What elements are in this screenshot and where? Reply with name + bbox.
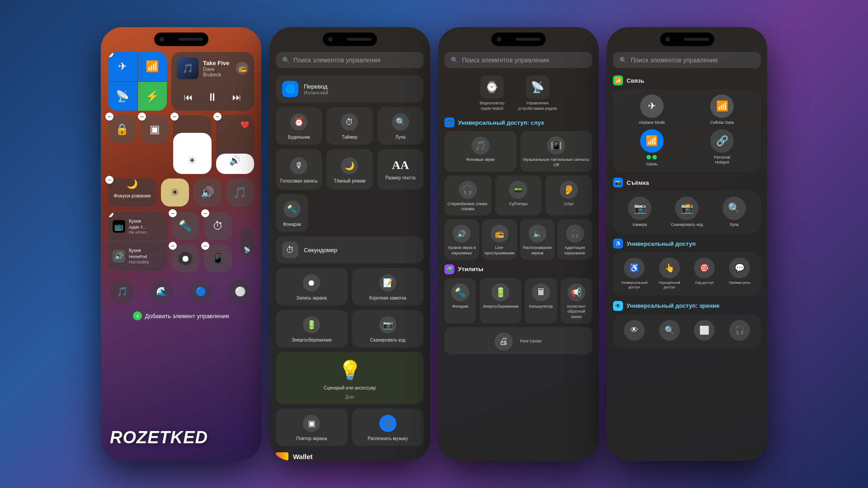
brightness-btn-2[interactable]: ☀ [161, 178, 189, 206]
volume-btn-2[interactable]: 🔊 [193, 178, 222, 206]
p4-wifi-item[interactable]: 📶 Связь [618, 129, 685, 167]
battery2-item[interactable]: 🔋 Энергосбережение [480, 278, 521, 324]
alarm-item[interactable]: ⏰ Будильник [276, 107, 322, 145]
round-btn-3[interactable]: 🔵 [189, 280, 212, 303]
add-control-btn[interactable]: + Добавить элемент управления [108, 311, 254, 320]
right-slider-1[interactable]: 📡 [241, 229, 253, 256]
prev-button[interactable]: ⏮ [180, 90, 197, 104]
cellular-btn[interactable]: 📡 [108, 82, 137, 111]
apple-tv-tile[interactable]: − 📺 КухняApple T... Не испол... 🔊 Кухн [108, 212, 167, 271]
bluetooth-btn[interactable]: ⚡ [138, 82, 167, 111]
music-note-btn[interactable]: 🎵 [226, 178, 254, 206]
dark-mode-item[interactable]: 🌙 Тёмный режим [326, 149, 373, 190]
calc-item[interactable]: 🖩 Калькулятор [525, 278, 557, 324]
airplane-mode-btn[interactable]: ✈ [108, 52, 137, 81]
headphone-adapt-item[interactable]: 🎧 Адаптация наушников [557, 219, 592, 259]
voice-item[interactable]: 🎙 Голосовая запись [276, 149, 322, 190]
round-btn-2[interactable]: 🌊 [150, 280, 173, 303]
minus-remote[interactable]: − [201, 242, 209, 250]
p4-vis-4-item[interactable]: 🎧 [724, 320, 755, 343]
timer-btn[interactable]: − ⏱ [204, 212, 232, 240]
bg-sounds-item[interactable]: 🎵 Фоновые звуки [444, 131, 517, 171]
p4-lupa-item[interactable]: 🔍 Лупа [713, 197, 755, 228]
p4-camera-item[interactable]: 📷 Камера [618, 197, 661, 228]
brightness-slider[interactable]: − ☀ [173, 115, 212, 174]
record-btn[interactable]: − ⏺ [171, 244, 199, 272]
stopwatch-item[interactable]: ⏱ Секундомер [276, 236, 424, 263]
lock-rotation-btn[interactable]: − 🔒 [108, 115, 136, 143]
minus-flashlight[interactable]: − [169, 209, 177, 217]
minus-timer[interactable]: − [201, 209, 209, 217]
mirror-item[interactable]: ▣ Повтор экрана [276, 408, 348, 446]
p4-conn-icon: 📶 [613, 75, 623, 85]
quick-note-item[interactable]: 📝 Короткая заметка [352, 268, 424, 305]
subtitles-item[interactable]: 📟 Субтитры [495, 175, 542, 216]
focus-tile[interactable]: − 🌙 Фокуси-рование [108, 178, 156, 206]
wifi-btn[interactable]: 📶 [138, 52, 167, 81]
p4-ua-speech-item[interactable]: 💬 Прямая речь [724, 258, 755, 290]
p4-ua-acc-item[interactable]: ♿ Универсальный доступ [618, 258, 650, 290]
text-size-item[interactable]: AA Размер текста [377, 149, 424, 190]
sound-rec-icon: 🔈 [528, 225, 547, 243]
sun-icon: ☀ [188, 155, 196, 166]
p4-vis-2-item[interactable]: 🔍 [654, 320, 685, 343]
minus-mirror[interactable]: − [138, 113, 146, 121]
print-center-item[interactable]: 🖨 Print Center [444, 327, 592, 354]
p4-vis-3-item[interactable]: ⬜ [689, 320, 721, 343]
magnifier-item[interactable]: 🔍 Лупа [377, 107, 424, 145]
minus-record[interactable]: − [169, 242, 177, 250]
hearing-item[interactable]: 👂 Слух [545, 175, 592, 216]
minus-volume[interactable]: − [213, 113, 222, 121]
screen-mirror-btn[interactable]: − ▣ [141, 115, 169, 143]
home-item[interactable]: 💡 Сценарий или аксессуар Дом [276, 352, 424, 404]
phone2-search[interactable]: 🔍 Поиск элементов управления [276, 52, 424, 68]
connectivity-tile[interactable]: − ✈ 📶 📡 ⚡ [108, 52, 167, 111]
phone3-search[interactable]: 🔍 Поиск элементов управления [444, 52, 592, 68]
minus-brightness[interactable]: − [170, 113, 179, 121]
translate-item[interactable]: 🌐 Перевод Испанский [276, 75, 424, 103]
round-btn-1[interactable]: 🎵 [110, 280, 134, 303]
volume-slider[interactable]: − 🔊 ❤️ [216, 115, 255, 174]
feedback-label: Ассистент обратной связи [563, 304, 590, 320]
devices-item[interactable]: 📡 Управлениеустройствами рядом [518, 75, 557, 111]
sound-rec-item[interactable]: 🔈 Распознавание звуков [520, 219, 555, 259]
p4-scan-item[interactable]: 📸 Сканировать код [665, 197, 708, 228]
next-button[interactable]: ⏭ [229, 90, 245, 104]
p4-ua-guided-item[interactable]: 👆 Упрощённый доступ [654, 258, 685, 290]
screen-rec-item[interactable]: ⏺ Запись экрана [276, 268, 348, 305]
stereo-balance-item[interactable]: 🎧 Стереобаланс слева-справа [444, 175, 491, 216]
live-listen-item[interactable]: 📻 Live-прослушивание [482, 219, 517, 259]
p4-conn-header: 📶 Связь [613, 75, 761, 85]
remote-btn[interactable]: − 📱 [204, 244, 232, 272]
torch-item[interactable]: 🔦 Фонарик [276, 194, 308, 232]
appletv-item-1[interactable]: 📺 КухняApple T... Не испол... [108, 212, 167, 241]
minus-music[interactable]: − [101, 27, 106, 33]
notch-3-camera [497, 37, 501, 42]
p4-vis-1-item[interactable]: 👁 [618, 320, 650, 343]
phone4-search[interactable]: 🔍 Поиск элементов управления [613, 52, 761, 68]
flashlight-btn[interactable]: − 🔦 [171, 212, 199, 240]
utilities-section-title: Утилиты [458, 266, 483, 272]
minus-focus[interactable]: − [105, 176, 113, 184]
headphone-vol-item[interactable]: 🔊 Уровни звука в наушниках [444, 219, 479, 259]
timer-item[interactable]: ⏱ Таймер [326, 107, 373, 145]
minus-lock[interactable]: − [105, 113, 113, 121]
play-button[interactable]: ⏸ [203, 89, 222, 105]
shazam-icon: 🎵 [379, 415, 396, 432]
p4-ua-focus-item[interactable]: 🎯 Гид-доступ [689, 258, 721, 290]
round-btn-4[interactable]: ⚪ [228, 280, 252, 303]
battery-item[interactable]: 🔋 Энергосбережение [276, 310, 348, 347]
p4-cellular-item[interactable]: 📶 Cellular Data [689, 94, 756, 126]
haptic-music-item[interactable]: 📳 Музыкальные тактильные сигналыOff [520, 131, 593, 171]
homepod-item[interactable]: 🔊 КухняHomePod Настройка [108, 241, 167, 271]
p4-hotspot-item[interactable]: 🔗 PersonalHotspot [689, 129, 756, 167]
apple-watch-item[interactable]: ⌚ ВидеоповторApple Watch [480, 75, 505, 111]
airplay-icon[interactable]: 📻 [236, 62, 249, 75]
feedback-item[interactable]: 📢 Ассистент обратной связи [561, 278, 592, 324]
translate-icon: 🌐 [282, 81, 298, 97]
shazam-item[interactable]: 🎵 Распознать музыку [352, 408, 424, 446]
p4-airplane-item[interactable]: ✈ Airplane Mode [618, 94, 685, 126]
flashlight2-item[interactable]: 🔦 Фонарик [444, 278, 476, 324]
scan-item[interactable]: 📷 Сканировать код [352, 310, 424, 347]
music-tile[interactable]: − 🎵 Take Five Dave Brubeck 📻 ⏮ ⏸ [171, 52, 254, 111]
